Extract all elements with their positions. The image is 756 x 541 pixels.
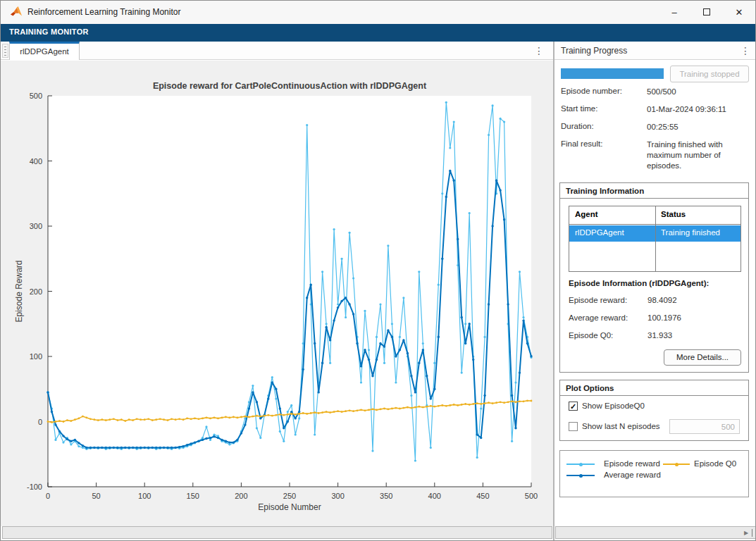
svg-text:100: 100 xyxy=(138,492,151,500)
training-progress-bar xyxy=(561,68,664,79)
maximize-icon xyxy=(703,8,710,15)
episode-q0-label: Episode Q0: xyxy=(569,331,613,340)
toolstrip-tab-training-monitor[interactable]: TRAINING MONITOR xyxy=(9,27,89,36)
agent-cell: rlDDPGAgent xyxy=(575,228,624,237)
table-column-divider xyxy=(655,206,656,271)
episode-reward-line-icon xyxy=(566,464,595,465)
figure-panel-header: rlDDPGAgent ⋮ xyxy=(1,42,553,60)
agent-status-table: Agent Status rlDDPGAgent Training finish… xyxy=(569,206,741,272)
svg-text:0: 0 xyxy=(38,418,42,426)
training-progress-menu-icon[interactable]: ⋮ xyxy=(740,44,751,58)
status-column-header: Status xyxy=(661,210,686,218)
svg-text:200: 200 xyxy=(30,287,42,296)
svg-text:Episode Number: Episode Number xyxy=(258,502,321,512)
show-last-n-checkbox[interactable] xyxy=(569,422,578,431)
show-last-n-label: Show last N episodes xyxy=(582,422,660,430)
svg-text:400: 400 xyxy=(30,157,42,166)
close-button[interactable]: ✕ xyxy=(723,1,755,24)
svg-text:Episode Reward: Episode Reward xyxy=(14,260,24,322)
chart-legend: Episode reward Average reward Episode Q0 xyxy=(559,450,749,497)
panel-hscrollbar[interactable]: ▶ xyxy=(555,526,756,539)
final-result-label: Final result: xyxy=(561,139,602,148)
svg-text:50: 50 xyxy=(92,492,100,500)
legend-label: Episode reward xyxy=(604,459,660,468)
show-episodeq0-checkbox[interactable]: ✓ xyxy=(569,402,578,411)
svg-text:150: 150 xyxy=(187,492,199,500)
episode-reward-value: 98.4092 xyxy=(647,296,677,304)
show-episodeq0-label: Show EpisodeQ0 xyxy=(582,402,645,410)
legend-label: Episode Q0 xyxy=(694,459,736,468)
matlab-icon xyxy=(10,6,23,18)
training-stopped-button[interactable]: Training stopped xyxy=(670,66,749,82)
episode-information-title: Episode Information (rlDDPGAgent): xyxy=(569,279,709,287)
figure-hscrollbar[interactable] xyxy=(2,526,552,539)
main-area: rlDDPGAgent ⋮ 05010015020025030035040045… xyxy=(1,42,756,541)
episode-number-label: Episode number: xyxy=(561,87,622,95)
svg-text:500: 500 xyxy=(525,492,538,500)
tab-rlddpgagent[interactable]: rlDDPGAgent xyxy=(9,42,80,60)
svg-text:500: 500 xyxy=(30,92,42,100)
svg-text:300: 300 xyxy=(30,222,42,230)
svg-text:Episode reward for CartPoleCon: Episode reward for CartPoleContinuousAct… xyxy=(153,81,427,91)
episode-number-value: 500/500 xyxy=(647,87,751,97)
average-reward-row: Average reward: 100.1976 xyxy=(569,313,628,322)
maximize-button[interactable] xyxy=(690,1,723,24)
start-time-value: 01-Mar-2024 09:36:11 xyxy=(647,104,751,115)
svg-text:200: 200 xyxy=(235,492,247,500)
figure-panel-menu-icon[interactable]: ⋮ xyxy=(533,44,545,58)
start-time-label: Start time: xyxy=(561,104,597,113)
scroll-end-icon[interactable]: ▶ xyxy=(744,529,752,537)
agent-column-header: Agent xyxy=(575,210,598,218)
episode-q0-line-icon xyxy=(663,464,690,465)
last-n-episodes-input[interactable] xyxy=(669,419,740,434)
episode-reward-chart[interactable]: 050100150200250300350400450500-100010020… xyxy=(1,61,553,526)
average-reward-label: Average reward: xyxy=(569,313,628,322)
toolstrip: TRAINING MONITOR xyxy=(1,24,755,42)
legend-item-episode-reward: Episode reward xyxy=(566,459,658,469)
svg-text:400: 400 xyxy=(428,492,441,500)
svg-text:250: 250 xyxy=(283,492,296,500)
training-information-group: Training Information Agent Status rlDDPG… xyxy=(559,182,749,373)
final-result-value: Training finished with maximum number of… xyxy=(647,139,751,171)
more-details-button[interactable]: More Details... xyxy=(664,349,741,366)
figure-panel: rlDDPGAgent ⋮ 05010015020025030035040045… xyxy=(1,42,553,541)
legend-label: Average reward xyxy=(604,471,661,479)
panel-grip-icon[interactable] xyxy=(2,44,8,58)
legend-item-average-reward: Average reward xyxy=(566,471,658,480)
svg-text:350: 350 xyxy=(380,492,392,500)
minimize-button[interactable]: – xyxy=(658,1,690,24)
average-reward-line-icon xyxy=(566,475,595,476)
duration-label: Duration: xyxy=(561,122,594,130)
svg-text:300: 300 xyxy=(331,492,344,500)
svg-text:100: 100 xyxy=(30,352,42,361)
training-information-title: Training Information xyxy=(560,183,748,199)
training-progress-title: Training Progress xyxy=(561,46,627,56)
episode-q0-row: Episode Q0: 31.933 xyxy=(569,331,613,340)
app-window: Reinforcement Learning Training Monitor … xyxy=(0,0,756,541)
svg-text:450: 450 xyxy=(476,492,489,500)
plot-options-title: Plot Options xyxy=(560,380,748,396)
title-bar: Reinforcement Learning Training Monitor … xyxy=(1,1,755,24)
duration-value: 00:25:55 xyxy=(647,122,751,132)
window-title: Reinforcement Learning Training Monitor xyxy=(27,7,180,17)
svg-text:0: 0 xyxy=(46,492,50,500)
episode-reward-row: Episode reward: 98.4092 xyxy=(569,296,627,304)
episode-q0-value: 31.933 xyxy=(647,331,672,340)
training-progress-header: Training Progress ⋮ xyxy=(554,42,756,60)
svg-text:-100: -100 xyxy=(27,483,42,491)
training-plot[interactable]: 050100150200250300350400450500-100010020… xyxy=(1,61,553,526)
legend-item-episode-q0: Episode Q0 xyxy=(663,459,748,469)
status-cell: Training finished xyxy=(661,228,720,237)
episode-reward-label: Episode reward: xyxy=(569,296,627,304)
training-progress-panel: Training Progress ⋮ Training stopped Epi… xyxy=(554,42,756,541)
average-reward-value: 100.1976 xyxy=(647,313,681,322)
training-progress-fill xyxy=(561,68,664,79)
plot-options-group: Plot Options ✓ Show EpisodeQ0 Show last … xyxy=(559,380,749,441)
